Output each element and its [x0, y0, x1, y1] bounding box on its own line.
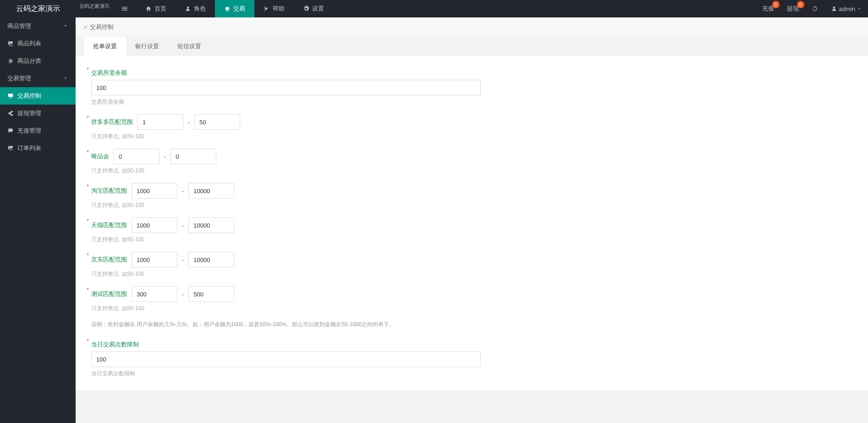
breadcrumb-title: 交易控制 [90, 23, 114, 31]
sidebar-withdraw-mgmt-label: 提现管理 [17, 109, 41, 117]
monitor-icon [7, 93, 14, 99]
flag-icon [264, 6, 270, 12]
tmall-max-input[interactable] [188, 217, 234, 233]
daily-limit-input[interactable] [91, 351, 481, 367]
test-label: 测试匹配范围 [91, 290, 127, 298]
wph-min-input[interactable] [114, 149, 159, 164]
range-separator: - [188, 119, 190, 126]
range-separator: - [182, 256, 184, 263]
sidebar-product-mgmt[interactable]: 商品管理 [0, 17, 76, 35]
balance-hint: 交易所需余额 [91, 98, 852, 106]
nav-help[interactable]: 帮助 [254, 0, 294, 17]
sidebar-product-cat-label: 商品分类 [17, 57, 41, 65]
sidebar-withdraw-mgmt[interactable]: 提现管理 [0, 105, 76, 122]
header: 云码之家演示 云码之家演示 首页 角色 交易 帮助 设置 充值 0 [0, 0, 868, 17]
sidebar-trade-mgmt-label: 交易管理 [7, 74, 31, 83]
main: » 交易控制 抢单设置 银行设置 短信设置 交易所需余额 交易所需余额 拼多多匹… [76, 17, 868, 423]
sidebar-trade-mgmt[interactable]: 交易管理 [0, 70, 76, 87]
jd-label: 京东匹配范围 [91, 256, 127, 264]
field-taobao: 淘宝匹配范围 - 只支持整点, 如50-100 [91, 183, 852, 209]
nav-trade[interactable]: 交易 [215, 0, 254, 17]
breadcrumb-arrow-icon: » [84, 24, 87, 30]
sidebar-product-cat[interactable]: 商品分类 [0, 52, 76, 70]
test-hint: 只支持整点, 如50-100 [91, 305, 852, 312]
nav-help-label: 帮助 [273, 5, 285, 13]
nav-role-label: 角色 [194, 5, 206, 13]
pdd-min-input[interactable] [137, 114, 183, 130]
chevron-down-icon [63, 75, 68, 81]
wph-max-input[interactable] [170, 149, 216, 164]
field-jd: 京东匹配范围 - 只支持整点, 如50-100 [91, 252, 852, 278]
jd-max-input[interactable] [188, 252, 234, 267]
pdd-hint: 只支持整点, 如50-100 [91, 133, 852, 140]
header-user-label: admin [839, 6, 855, 12]
wph-label: 唯品会 [91, 152, 109, 161]
tabs: 抢单设置 银行设置 短信设置 [76, 37, 868, 56]
nav-settings-label: 设置 [312, 5, 324, 13]
gear-icon [303, 6, 309, 12]
user-icon [185, 6, 191, 12]
taobao-label: 淘宝匹配范围 [91, 187, 127, 195]
top-nav: 首页 角色 交易 帮助 设置 [136, 0, 756, 17]
header-user[interactable]: admin [824, 0, 868, 17]
header-right: 充值 0 提现 0 admin [756, 0, 868, 17]
header-recharge[interactable]: 充值 0 [756, 0, 780, 17]
sidebar-order-list[interactable]: 订单列表 [0, 139, 76, 157]
menu-toggle[interactable] [113, 0, 136, 17]
range-separator: - [182, 222, 184, 229]
content: 抢单设置 银行设置 短信设置 交易所需余额 交易所需余额 拼多多匹配范围 - [76, 37, 868, 423]
pdd-max-input[interactable] [194, 114, 240, 130]
jd-min-input[interactable] [132, 252, 177, 267]
tab-sms[interactable]: 短信设置 [168, 37, 210, 56]
range-separator: - [182, 291, 184, 298]
range-separator: - [182, 188, 184, 195]
pdd-label: 拼多多匹配范围 [91, 118, 133, 126]
cart-icon [7, 40, 14, 47]
tmall-min-input[interactable] [132, 217, 177, 233]
chevron-down-icon [63, 23, 68, 28]
wph-hint: 只支持整点, 如50-100 [91, 167, 852, 175]
refresh-icon [812, 6, 818, 12]
breadcrumb: » 交易控制 [76, 17, 868, 37]
snowflake-icon [7, 58, 14, 64]
sidebar-order-list-label: 订单列表 [17, 144, 41, 152]
sidebar-recharge-mgmt[interactable]: 充值管理 [0, 122, 76, 139]
field-test: 测试匹配范围 - 只支持整点, 如50-100 [91, 286, 852, 312]
range-separator: - [164, 153, 166, 160]
test-min-input[interactable] [132, 286, 177, 302]
balance-label: 交易所需余额 [91, 69, 127, 77]
balance-input[interactable] [91, 80, 481, 95]
nav-role[interactable]: 角色 [176, 0, 215, 17]
header-refresh[interactable] [805, 0, 824, 17]
taobao-min-input[interactable] [132, 183, 177, 199]
sidebar-trade-ctrl-label: 交易控制 [17, 92, 41, 100]
scale-icon [224, 6, 231, 12]
daily-limit-hint: 当日交易次数限制 [91, 370, 852, 378]
jd-hint: 只支持整点, 如50-100 [91, 270, 852, 278]
field-tmall: 天猫匹配范围 - 只支持整点, 如50-100 [91, 217, 852, 244]
test-max-input[interactable] [188, 286, 234, 302]
tab-bank[interactable]: 银行设置 [126, 37, 168, 56]
logo-subtitle: 云码之家演示 [76, 0, 113, 17]
field-daily-limit: 当日交易次数限制 当日交易次数限制 [91, 340, 852, 378]
taobao-hint: 只支持整点, 如50-100 [91, 201, 852, 209]
home-icon [145, 6, 152, 12]
tab-grab[interactable]: 抢单设置 [84, 37, 126, 56]
explain-text: 说明：抢到金额在 用户余额的几%-几%。如：用户余额为1000，设置50%-10… [91, 321, 852, 328]
nav-settings[interactable]: 设置 [294, 0, 333, 17]
chevron-down-icon [857, 6, 862, 11]
user-avatar-icon [831, 6, 837, 12]
header-withdraw[interactable]: 提现 0 [780, 0, 805, 17]
chat-icon [7, 128, 14, 134]
field-balance: 交易所需余额 交易所需余额 [91, 69, 852, 106]
container: 商品管理 商品列表 商品分类 交易管理 交易控制 提现管理 充值管理 [0, 17, 868, 423]
form-panel: 交易所需余额 交易所需余额 拼多多匹配范围 - 只支持整点, 如50-100 [76, 56, 868, 390]
sidebar-trade-ctrl[interactable]: 交易控制 [0, 87, 76, 105]
share-icon [7, 110, 14, 117]
sidebar-product-list[interactable]: 商品列表 [0, 35, 76, 52]
daily-limit-label: 当日交易次数限制 [91, 340, 139, 349]
field-pdd: 拼多多匹配范围 - 只支持整点, 如50-100 [91, 114, 852, 140]
taobao-max-input[interactable] [188, 183, 234, 199]
sidebar: 商品管理 商品列表 商品分类 交易管理 交易控制 提现管理 充值管理 [0, 17, 76, 423]
nav-home[interactable]: 首页 [136, 0, 176, 17]
